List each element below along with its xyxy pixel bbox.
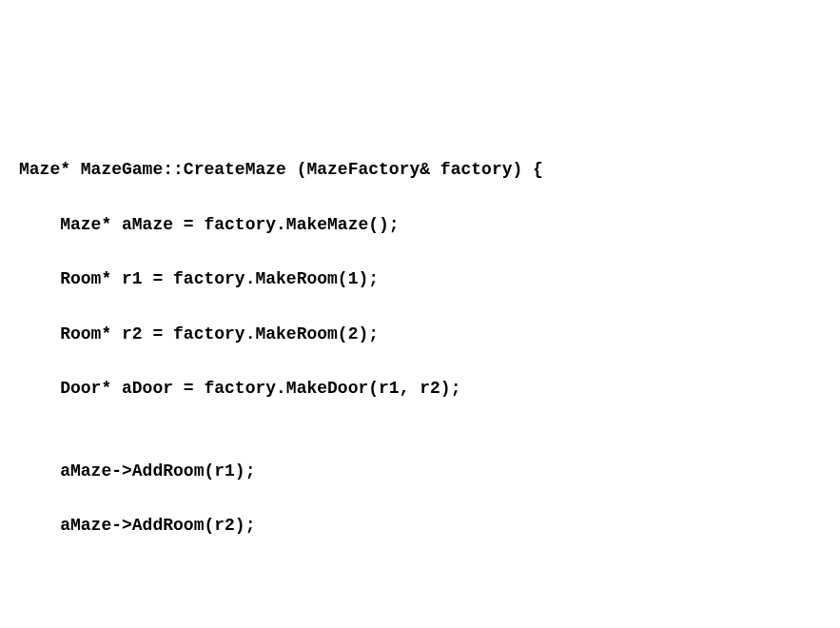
code-line: Door* aDoor = factory.MakeDoor(r1, r2); — [19, 375, 840, 402]
code-line: Maze* aMaze = factory.MakeMaze(); — [19, 211, 840, 239]
code-line: Room* r2 = factory.MakeRoom(2); — [19, 321, 840, 348]
code-line: r1->SetSide(North, factory.MakeWall()); — [19, 622, 840, 628]
code-line: aMaze->AddRoom(r1); — [19, 458, 840, 485]
code-line: Room* r1 = factory.MakeRoom(1); — [19, 265, 840, 293]
code-line: aMaze->AddRoom(r2); — [19, 512, 840, 540]
code-line: Maze* MazeGame::CreateMaze (MazeFactory&… — [19, 156, 840, 184]
code-block: Maze* MazeGame::CreateMaze (MazeFactory&… — [19, 128, 840, 628]
